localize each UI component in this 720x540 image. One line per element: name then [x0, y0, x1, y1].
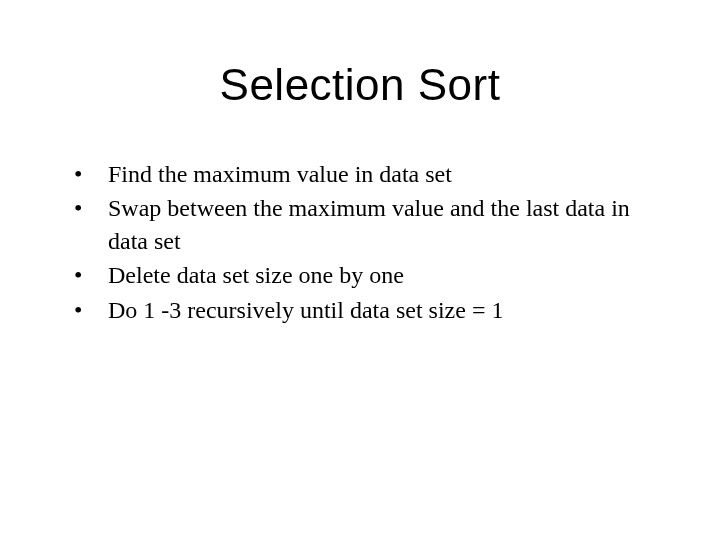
- bullet-text: Do 1 -3 recursively until data set size …: [108, 294, 660, 326]
- list-item: • Find the maximum value in data set: [70, 158, 660, 190]
- list-item: • Delete data set size one by one: [70, 259, 660, 291]
- list-item: • Do 1 -3 recursively until data set siz…: [70, 294, 660, 326]
- bullet-icon: •: [70, 259, 108, 291]
- list-item: • Swap between the maximum value and the…: [70, 192, 660, 257]
- slide-title: Selection Sort: [60, 60, 660, 110]
- bullet-text: Find the maximum value in data set: [108, 158, 660, 190]
- bullet-list: • Find the maximum value in data set • S…: [60, 158, 660, 326]
- bullet-icon: •: [70, 192, 108, 224]
- bullet-text: Swap between the maximum value and the l…: [108, 192, 660, 257]
- bullet-icon: •: [70, 294, 108, 326]
- bullet-text: Delete data set size one by one: [108, 259, 660, 291]
- slide: Selection Sort • Find the maximum value …: [0, 0, 720, 540]
- bullet-icon: •: [70, 158, 108, 190]
